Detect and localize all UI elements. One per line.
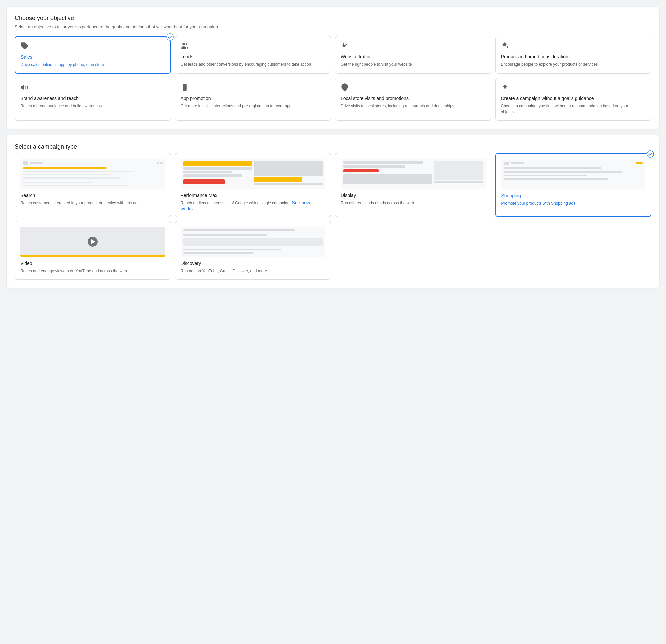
display-card-desc: Run different kinds of ads across the we… (341, 200, 486, 206)
no-goal-card-title: Create a campaign without a goal's guida… (501, 96, 646, 101)
website-traffic-icon (341, 42, 486, 51)
leads-card-desc: Get leads and other conversions by encou… (181, 61, 326, 67)
campaign-types-grid: Search Reach customers interested in you… (15, 153, 651, 280)
sales-card-desc: Drive sales online, in app, by phone, or… (21, 62, 165, 68)
website-traffic-card-title: Website traffic (341, 54, 486, 59)
video-preview (20, 227, 165, 257)
pmax-card-desc: Reach audiences across all of Google wit… (181, 201, 291, 205)
selected-check-shopping (647, 150, 654, 158)
objective-card-local-store[interactable]: Local store visits and promotions Drive … (335, 78, 491, 121)
search-preview (20, 159, 165, 189)
sales-icon (21, 42, 165, 51)
discovery-card-desc: Run ads on YouTube, Gmail, Discover, and… (181, 268, 326, 274)
video-card-title: Video (20, 261, 165, 266)
objective-card-sales[interactable]: Sales Drive sales online, in app, by pho… (15, 36, 171, 74)
brand-consideration-icon (501, 42, 646, 51)
svg-point-9 (504, 86, 506, 88)
no-goal-card-desc: Choose a campaign type first, without a … (501, 103, 646, 115)
leads-icon (181, 42, 326, 51)
objectives-grid: Sales Drive sales online, in app, by pho… (15, 36, 651, 121)
local-store-icon (341, 83, 486, 92)
campaign-card-video[interactable]: Video Reach and engage viewers on YouTub… (15, 221, 171, 280)
search-card-desc: Reach customers interested in your produ… (20, 200, 165, 206)
discovery-preview (181, 227, 326, 257)
shopping-card-desc: Promote your products with Shopping ads (501, 200, 646, 206)
display-card-title: Display (341, 193, 486, 198)
leads-card-title: Leads (181, 54, 326, 59)
brand-awareness-icon (20, 83, 165, 92)
campaign-card-pmax[interactable]: Performance Max Reach audiences across a… (175, 153, 331, 217)
search-card-title: Search (20, 193, 165, 198)
campaign-card-discovery[interactable]: Discovery Run ads on YouTube, Gmail, Dis… (175, 221, 331, 280)
pmax-card-title: Performance Max (181, 193, 326, 198)
local-store-card-title: Local store visits and promotions (341, 96, 486, 101)
objective-card-website-traffic[interactable]: Website traffic Get the right people to … (335, 36, 491, 74)
app-promotion-icon (181, 83, 326, 92)
objective-card-no-goal[interactable]: Create a campaign without a goal's guida… (495, 78, 652, 121)
svg-marker-4 (21, 85, 24, 90)
objective-card-brand-consideration[interactable]: Product and brand consideration Encourag… (495, 36, 652, 74)
brand-awareness-card-title: Brand awareness and reach (20, 96, 165, 101)
website-traffic-card-desc: Get the right people to visit your websi… (341, 61, 486, 67)
video-card-desc: Reach and engage viewers on YouTube and … (20, 268, 165, 274)
objective-card-brand-awareness[interactable]: Brand awareness and reach Reach a broad … (15, 78, 171, 121)
pmax-preview (181, 159, 326, 189)
objective-card-app-promotion[interactable]: App promotion Get more installs, interac… (175, 78, 331, 121)
display-preview (341, 159, 486, 189)
app-promotion-card-desc: Get more installs, interactions and pre-… (181, 103, 326, 109)
local-store-card-desc: Drive visits to local stores, including … (341, 103, 486, 109)
discovery-card-title: Discovery (181, 261, 326, 266)
svg-point-10 (647, 151, 654, 157)
play-button-icon (88, 237, 98, 247)
campaign-card-shopping[interactable]: Shopping Promote your products with Shop… (495, 153, 652, 217)
brand-consideration-card-desc: Encourage people to explore your product… (501, 61, 646, 67)
shopping-card-title: Shopping (501, 193, 646, 198)
objective-section-subtitle: Select an objective to tailor your exper… (15, 24, 651, 29)
svg-point-0 (166, 34, 173, 40)
campaign-section: Select a campaign type (7, 135, 659, 288)
app-promotion-card-title: App promotion (181, 96, 326, 101)
brand-awareness-card-desc: Reach a broad audience and build awarene… (20, 103, 165, 109)
objective-card-leads[interactable]: Leads Get leads and other conversions by… (175, 36, 331, 74)
sales-card-title: Sales (21, 54, 165, 60)
svg-point-8 (344, 86, 346, 88)
selected-check-sales (166, 33, 174, 41)
campaign-section-title: Select a campaign type (15, 143, 651, 150)
brand-consideration-card-title: Product and brand consideration (501, 54, 646, 59)
shopping-preview (501, 159, 646, 189)
svg-point-2 (183, 43, 185, 45)
objective-section-title: Choose your objective (15, 15, 651, 22)
campaign-card-search[interactable]: Search Reach customers interested in you… (15, 153, 171, 217)
campaign-card-display[interactable]: Display Run different kinds of ads acros… (335, 153, 491, 217)
no-goal-icon (501, 83, 646, 92)
objective-section: Choose your objective Select an objectiv… (7, 7, 659, 129)
